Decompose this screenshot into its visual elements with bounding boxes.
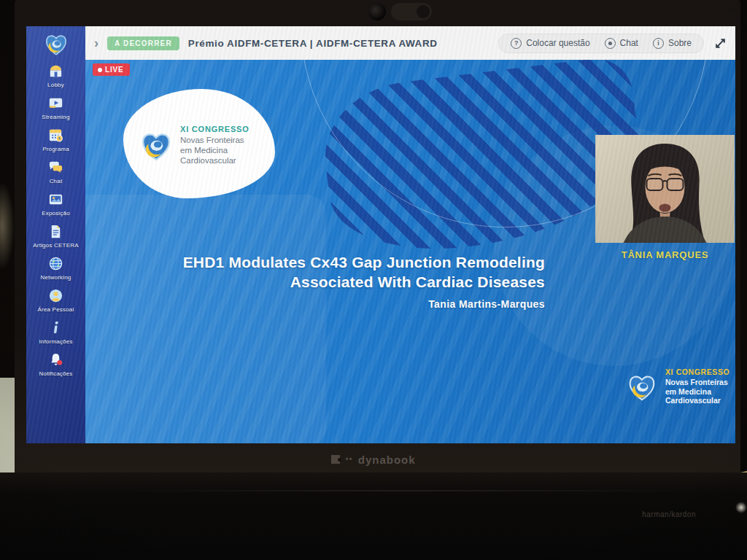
exhibition-icon [47, 191, 64, 208]
ask-question-button[interactable]: ? Colocar questão [511, 38, 589, 49]
webcam-privacy-slider [391, 3, 432, 20]
bell-icon [47, 351, 64, 368]
sidebar-item-label: Exposição [42, 210, 70, 217]
about-label: Sobre [668, 38, 692, 48]
document-icon [47, 223, 64, 240]
laptop-screen: Lobby Streaming [26, 26, 735, 443]
live-label: LIVE [105, 66, 123, 74]
congress-name: XI CONGRESSO [180, 125, 249, 133]
chat-button[interactable]: Chat [605, 38, 638, 49]
congress-footer-logo: XI CONGRESSO Novas Fronteiras em Medicin… [625, 368, 729, 405]
notification-badge [57, 360, 62, 365]
session-topbar: › A DECORRER Prémio AIDFM-CETERA | AIDFM… [85, 26, 735, 60]
sidebar-item-notificacoes[interactable]: Notificações [26, 348, 85, 380]
sidebar-item-label: Streaming [42, 114, 69, 120]
congress-subtitle-line: Cardiovascular [180, 155, 249, 166]
congress-subtitle-line: Novas Fronteiras [665, 378, 729, 387]
ask-question-label: Colocar questão [526, 38, 589, 48]
live-stream-stage: LIVE XI CONGRESSO Novas Fronteiras em Me… [85, 60, 735, 443]
sidebar-item-label: Informações [39, 338, 72, 345]
sidebar-item-label: Programa [42, 146, 69, 152]
dynabook-logo-dots: •• [345, 454, 352, 464]
sidebar-item-area-pessoal[interactable]: Área Pessoal [26, 284, 85, 316]
sidebar-item-chat[interactable]: Chat [26, 155, 85, 187]
slide-title-block: EHD1 Modulates Cx43 Gap Junction Remodel… [107, 252, 545, 310]
live-dot-icon [98, 68, 102, 72]
sidebar-item-label: Lobby [47, 82, 64, 88]
congress-subtitle-line: Cardiovascular [665, 396, 729, 405]
sidebar-item-exposicao[interactable]: Exposição [26, 187, 85, 219]
sidebar-item-label: Networking [40, 274, 71, 281]
sidebar-item-artigos-cetera[interactable]: Artigos CETERA [26, 219, 85, 252]
laptop-brand: •• dynabook [0, 448, 747, 471]
calendar-icon [47, 127, 64, 144]
about-button[interactable]: i Sobre [653, 38, 692, 49]
dynabook-logo-icon [331, 455, 340, 464]
slide-title-line2: Associated With Cardiac Diseases [107, 272, 545, 292]
sidebar-item-label: Notificações [39, 370, 73, 377]
fullscreen-expand-icon[interactable] [714, 37, 727, 50]
laptop-keyboard-deck: harman/kardon [0, 472, 747, 560]
background-object [0, 182, 15, 270]
info-circle-icon: i [653, 38, 664, 49]
congress-name: XI CONGRESSO [665, 368, 729, 376]
chat-dot-icon [605, 38, 616, 49]
webcam [368, 3, 386, 20]
laptop-brand-text: dynabook [358, 454, 416, 466]
speaker-portrait [595, 135, 735, 243]
collapse-sidebar-chevron-icon[interactable]: › [91, 36, 101, 50]
speaker-video [595, 135, 735, 243]
sidebar-item-label: Área Pessoal [38, 306, 74, 313]
congress-subtitle-line: Novas Fronteiras [180, 135, 249, 145]
sidebar-item-label: Artigos CETERA [33, 242, 78, 249]
slide-title-line1: EHD1 Modulates Cx43 Gap Junction Remodel… [107, 252, 545, 272]
live-badge: LIVE [93, 63, 130, 76]
sidebar-item-streaming[interactable]: Streaming [26, 91, 85, 123]
speaker-name: TÂNIA MARQUES [595, 249, 735, 260]
audio-brand-text: harman/kardon [642, 510, 696, 518]
person-icon [47, 287, 64, 304]
topbar-actions: ? Colocar questão Chat i Sobre [498, 34, 704, 53]
congress-heart-logo [138, 128, 174, 162]
congress-subtitle-line: em Medicina [180, 145, 249, 155]
info-icon [47, 319, 64, 336]
chat-bubbles-icon [47, 159, 64, 176]
slide-author: Tania Martins-Marques [107, 298, 545, 310]
lobby-icon [47, 63, 64, 79]
congress-subtitle-line: em Medicina [665, 387, 729, 397]
sidebar-item-programa[interactable]: Programa [26, 123, 85, 155]
sidebar-item-label: Chat [50, 178, 63, 184]
globe-icon [47, 255, 64, 272]
status-badge: A DECORRER [107, 36, 179, 50]
reflection-glint [735, 502, 747, 513]
sidebar-item-informacoes[interactable]: Informações [26, 316, 85, 348]
congress-heart-logo [42, 31, 70, 56]
sidebar-item-networking[interactable]: Networking [26, 252, 85, 284]
streaming-icon [47, 95, 64, 112]
sidebar-item-lobby[interactable]: Lobby [26, 59, 85, 91]
sidebar: Lobby Streaming [26, 26, 85, 443]
session-title: Prémio AIDFM-CETERA | AIDFM-CETERA AWARD [188, 38, 438, 49]
slide-soft-panel [85, 195, 326, 443]
chat-label: Chat [620, 38, 638, 48]
question-mark-icon: ? [511, 38, 522, 49]
photo-of-laptop: Lobby Streaming [0, 0, 747, 560]
congress-heart-logo [625, 371, 659, 402]
